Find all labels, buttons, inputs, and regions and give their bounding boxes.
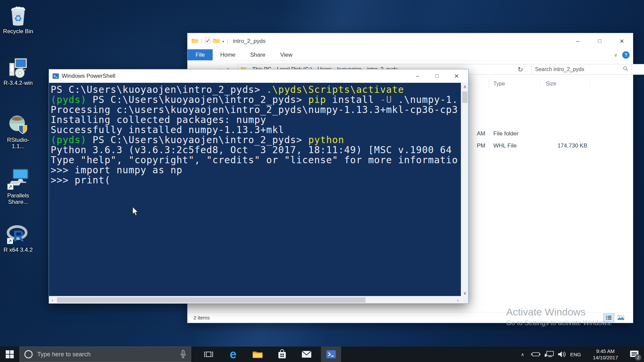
- vertical-scrollbar[interactable]: ∧ ∨: [461, 83, 468, 297]
- desktop-icon-label: RStudio-1.1...: [2, 137, 34, 149]
- tab-file[interactable]: File: [187, 49, 213, 60]
- item-count: 2 items: [194, 315, 210, 320]
- window-title: Windows PowerShell: [62, 73, 115, 79]
- taskbar-app-store[interactable]: [272, 347, 292, 362]
- window-title: intro_2_pyds: [233, 38, 265, 45]
- mouse-cursor: [131, 206, 140, 218]
- maximize-button[interactable]: □: [427, 69, 447, 83]
- battery-icon[interactable]: [530, 347, 542, 362]
- folder-icon: [192, 38, 198, 45]
- language-indicator[interactable]: ENG: [568, 347, 583, 362]
- tab-share[interactable]: Share: [243, 49, 273, 60]
- terminal-line: Installing collected packages: numpy: [51, 115, 462, 125]
- taskbar-app-mail[interactable]: [297, 347, 317, 362]
- task-view-icon: [204, 349, 214, 359]
- folder-icon: [252, 350, 263, 359]
- activate-windows-watermark-sub: Go to Settings to activate Windows.: [506, 319, 612, 327]
- terminal-line: (pyds) PS C:\Users\kuoyaojen\intro_2_pyd…: [51, 95, 462, 105]
- terminal-line: Processing c:\users\kuoyaojen\intro_2_py…: [51, 105, 462, 115]
- properties-check-icon[interactable]: [205, 38, 210, 45]
- terminal-line: PS C:\Users\kuoyaojen\intro_2_pyds> .\py…: [51, 85, 462, 95]
- close-button[interactable]: ✕: [611, 33, 633, 49]
- powershell-icon: [326, 349, 336, 359]
- terminal-output[interactable]: PS C:\Users\kuoyaojen\intro_2_pyds> .\py…: [49, 83, 462, 297]
- taskbar-search-input[interactable]: Type here to search: [19, 347, 191, 362]
- terminal-line: (pyds) PS C:\Users\kuoyaojen\intro_2_pyd…: [51, 135, 462, 145]
- terminal-line: >>> print(: [51, 175, 462, 185]
- scroll-right-icon[interactable]: ›: [454, 296, 462, 304]
- action-center-button[interactable]: 2: [627, 347, 642, 362]
- minimize-button[interactable]: –: [408, 69, 427, 83]
- ribbon-collapse-icon[interactable]: ∨: [614, 52, 618, 58]
- desktop-icon-rstudio-installer[interactable]: NSIS RStudio-1.1...: [0, 111, 36, 149]
- desktop-icon-label: Parallels Share...: [2, 192, 34, 205]
- recycle-bin-icon: ♻: [8, 3, 28, 27]
- r-logo-icon: R: [6, 221, 30, 245]
- help-icon[interactable]: ?: [622, 51, 630, 59]
- horizontal-scroll-thumb[interactable]: [57, 297, 366, 303]
- powershell-titlebar[interactable]: Windows PowerShell – □ ✕: [49, 69, 468, 83]
- scroll-up-icon[interactable]: ∧: [461, 83, 469, 90]
- taskbar-app-edge[interactable]: e: [223, 347, 243, 362]
- date: 14/10/2017: [593, 354, 618, 361]
- search-icon: [623, 66, 628, 73]
- separator: |: [227, 38, 228, 44]
- volume-icon[interactable]: [556, 347, 568, 362]
- monitor-keyboard-icon: [7, 167, 30, 191]
- shortcut-arrow-icon: [7, 238, 13, 245]
- terminal-line: Python 3.6.3 (v3.6.3:2c5fed8, Oct 3 2017…: [51, 145, 462, 155]
- qat-dropdown-icon[interactable]: ▾: [222, 40, 224, 43]
- scroll-left-icon[interactable]: ‹: [49, 296, 56, 304]
- edge-icon: e: [230, 348, 236, 360]
- desktop-icon-label: R-3.4.2-win: [4, 80, 33, 86]
- windows-logo-icon: [6, 350, 14, 358]
- column-header-size[interactable]: Size: [546, 81, 556, 87]
- tray-chevron-icon[interactable]: ∧: [518, 347, 527, 362]
- store-icon: [278, 349, 286, 359]
- installer-globe-shield-icon: NSIS: [8, 111, 29, 135]
- desktop-icon-r-installer[interactable]: R-3.4.2-win: [0, 54, 36, 86]
- svg-text:R: R: [13, 227, 24, 245]
- thumbnail-view-button[interactable]: [615, 313, 626, 322]
- vertical-scroll-thumb[interactable]: [462, 92, 468, 103]
- tab-home[interactable]: Home: [213, 49, 243, 60]
- maximize-button[interactable]: □: [589, 33, 611, 49]
- network-icon[interactable]: [543, 347, 555, 362]
- minimize-button[interactable]: –: [567, 33, 589, 49]
- separator: |: [201, 38, 202, 44]
- task-view-button[interactable]: [199, 347, 219, 362]
- new-folder-icon[interactable]: [213, 38, 220, 45]
- refresh-icon[interactable]: ↻: [518, 65, 523, 73]
- taskbar-app-powershell[interactable]: [321, 347, 341, 362]
- desktop-icon-label: Recycle Bin: [3, 28, 33, 35]
- taskbar: Type here to search e ∧ ENG 9:45 AM 14/1…: [0, 347, 644, 362]
- close-button[interactable]: ✕: [447, 69, 466, 83]
- start-button[interactable]: [0, 347, 19, 362]
- desktop-icon-parallels-share[interactable]: Parallels Share...: [0, 167, 36, 205]
- ribbon-tabs: File Home Share View: [187, 49, 633, 61]
- horizontal-scrollbar[interactable]: ‹ ›: [49, 296, 462, 303]
- search-placeholder: Type here to search: [37, 351, 180, 358]
- time: 9:45 AM: [596, 348, 614, 354]
- desktop-icon-recycle-bin[interactable]: ♻ Recycle Bin: [0, 3, 36, 35]
- desktop-icon-label: R x64 3.4.2: [4, 247, 33, 253]
- tab-view[interactable]: View: [273, 49, 300, 60]
- desktop-icon-r-x64[interactable]: R R x64 3.4.2: [0, 221, 36, 253]
- cell-type: WHL File: [493, 142, 517, 149]
- shortcut-arrow-icon: [7, 184, 13, 191]
- mail-icon: [302, 351, 312, 358]
- column-header-type[interactable]: Type: [493, 81, 505, 87]
- cortana-icon: [24, 350, 33, 359]
- microphone-icon[interactable]: [180, 350, 186, 359]
- cell-type: File folder: [493, 130, 519, 137]
- scroll-down-icon[interactable]: ∨: [461, 289, 469, 297]
- taskbar-app-explorer[interactable]: [248, 347, 268, 362]
- search-input[interactable]: Search intro_2_pyds: [531, 64, 632, 75]
- activate-windows-watermark: Activate Windows: [506, 306, 586, 318]
- powershell-icon: [52, 73, 59, 79]
- explorer-titlebar[interactable]: | ▾ | intro_2_pyds – □ ✕: [187, 33, 633, 49]
- resize-grip[interactable]: ⋰: [461, 296, 468, 303]
- clock[interactable]: 9:45 AM 14/10/2017: [586, 347, 625, 362]
- svg-text:NSIS: NSIS: [14, 118, 20, 120]
- terminal-line: Successfully installed numpy-1.13.3+mkl: [51, 125, 462, 135]
